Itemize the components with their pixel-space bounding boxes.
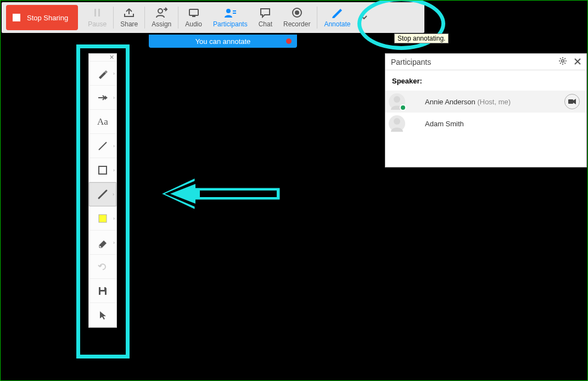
divider xyxy=(178,7,178,29)
annotate-button[interactable]: Annotate xyxy=(318,2,356,33)
eraser-icon xyxy=(97,237,108,248)
svg-rect-11 xyxy=(99,215,107,222)
chevron-down-icon xyxy=(361,15,367,20)
pointer-icon xyxy=(98,310,107,320)
audio-button[interactable]: Audio xyxy=(180,2,208,33)
tool-text[interactable]: Aa xyxy=(89,110,116,134)
annotation-toolbox: ✕ › › Aa › › › › xyxy=(88,53,117,328)
tool-highlighter[interactable]: › xyxy=(89,61,116,86)
svg-rect-7 xyxy=(233,13,236,14)
caret-icon: › xyxy=(113,167,115,173)
text-icon: Aa xyxy=(97,116,108,127)
svg-rect-6 xyxy=(233,10,236,12)
svg-rect-17 xyxy=(568,99,573,104)
svg-point-16 xyxy=(394,96,400,103)
save-icon xyxy=(98,286,108,296)
svg-rect-14 xyxy=(200,190,277,197)
caret-icon: › xyxy=(113,216,115,221)
recorder-icon xyxy=(292,7,303,18)
tool-line[interactable]: › xyxy=(89,134,116,158)
toolbox-close-button[interactable]: ✕ xyxy=(89,54,116,61)
svg-point-2 xyxy=(158,9,163,13)
svg-point-5 xyxy=(226,9,231,13)
participant-name: Annie Anderson (Host, me) xyxy=(425,98,511,106)
share-button[interactable]: Share xyxy=(115,2,143,33)
svg-rect-3 xyxy=(189,9,198,15)
camera-icon xyxy=(568,99,576,104)
annotate-status-bar: You can annotate xyxy=(149,35,297,48)
participants-title: Participants xyxy=(391,58,431,66)
record-indicator-icon xyxy=(286,38,292,44)
camera-button[interactable] xyxy=(564,94,580,109)
callout-arrow-icon xyxy=(157,176,283,211)
divider xyxy=(144,7,145,29)
presence-indicator-icon xyxy=(400,104,406,111)
svg-rect-10 xyxy=(99,166,107,174)
chat-button[interactable]: Chat xyxy=(253,2,278,33)
svg-point-15 xyxy=(562,60,564,62)
annotate-tooltip: Stop annotating. xyxy=(394,33,449,43)
tool-arrow[interactable]: › xyxy=(89,86,116,110)
avatar xyxy=(389,93,405,110)
caret-icon: › xyxy=(113,143,115,149)
participant-row[interactable]: Adam Smith xyxy=(385,113,586,135)
arrow-icon xyxy=(97,94,108,101)
share-icon xyxy=(123,7,135,18)
svg-rect-13 xyxy=(100,292,105,295)
caret-icon: › xyxy=(113,71,115,76)
divider xyxy=(113,7,114,29)
undo-icon xyxy=(97,261,108,272)
annotate-icon xyxy=(331,7,343,18)
participant-name: Adam Smith xyxy=(425,120,464,128)
assign-icon xyxy=(155,7,168,18)
caret-icon: › xyxy=(113,95,115,100)
tool-fill-color[interactable]: › xyxy=(89,206,116,231)
fill-color-icon xyxy=(98,214,108,223)
chat-icon xyxy=(259,7,271,18)
stop-sharing-label: Stop Sharing xyxy=(27,14,68,22)
person-icon xyxy=(389,115,405,132)
participants-header: Participants xyxy=(385,54,586,70)
pause-button: Pause xyxy=(82,2,112,33)
pencil-icon xyxy=(97,189,108,200)
rectangle-icon xyxy=(98,165,108,175)
participants-button[interactable]: Participants xyxy=(208,2,253,33)
settings-button[interactable] xyxy=(559,57,567,66)
caret-icon: › xyxy=(113,240,115,245)
svg-rect-1 xyxy=(98,9,100,16)
svg-point-9 xyxy=(295,10,299,15)
svg-rect-4 xyxy=(192,15,195,17)
participants-panel: Participants Speaker: Annie xyxy=(385,53,587,167)
participant-row[interactable]: Annie Anderson (Host, me) xyxy=(385,91,586,113)
svg-rect-12 xyxy=(100,287,104,290)
divider xyxy=(317,7,317,29)
tool-pointer[interactable] xyxy=(89,303,116,327)
audio-icon xyxy=(188,7,200,18)
tool-rectangle[interactable]: › xyxy=(89,158,116,182)
recorder-button[interactable]: Recorder xyxy=(278,2,316,33)
stop-sharing-button[interactable]: Stop Sharing xyxy=(6,5,78,30)
close-icon xyxy=(574,58,581,65)
gear-icon xyxy=(559,57,567,65)
speaker-label: Speaker: xyxy=(385,70,586,91)
annotate-status-text: You can annotate xyxy=(195,37,251,46)
highlighter-icon xyxy=(97,68,108,79)
line-icon xyxy=(97,141,108,152)
assign-button[interactable]: Assign xyxy=(146,2,177,33)
toolbar-dropdown[interactable] xyxy=(356,2,372,33)
svg-point-18 xyxy=(394,118,400,125)
avatar xyxy=(389,115,405,132)
svg-rect-0 xyxy=(94,9,96,16)
sharing-toolbar: Stop Sharing Pause Share Assign Audio xyxy=(2,2,424,33)
tool-save[interactable] xyxy=(89,279,116,303)
stop-icon xyxy=(13,14,20,21)
participants-icon xyxy=(223,7,237,18)
tool-undo xyxy=(89,255,116,279)
caret-icon: › xyxy=(113,192,114,197)
pause-icon xyxy=(92,7,103,18)
tool-pencil[interactable]: › xyxy=(89,182,116,206)
close-participants-button[interactable] xyxy=(574,58,581,66)
tool-eraser[interactable]: › xyxy=(89,231,116,255)
